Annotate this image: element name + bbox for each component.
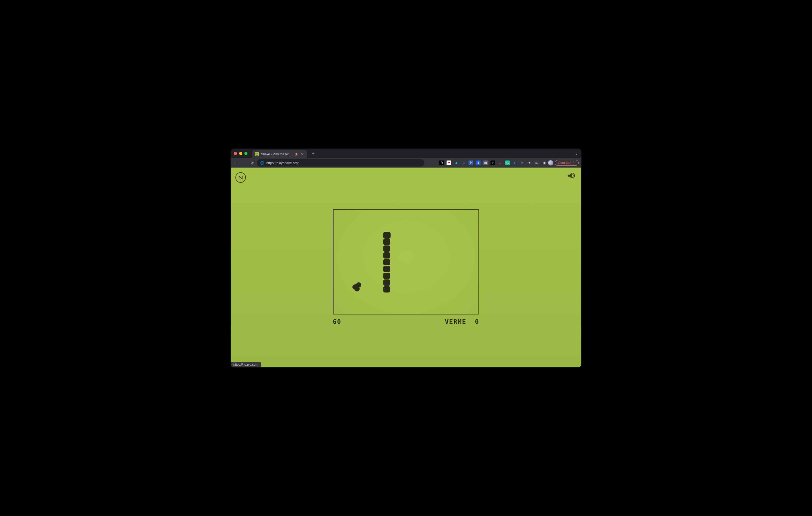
profile-avatar[interactable] [548, 160, 553, 165]
snake-segment [383, 266, 390, 272]
site-info-icon[interactable]: 🌐 [260, 161, 264, 165]
kebab-menu-icon[interactable]: ⋮ [572, 161, 575, 165]
extension-grammarly-icon[interactable]: G [505, 160, 510, 165]
reload-button[interactable]: ⟳ [249, 161, 255, 165]
extension-puzzle-icon[interactable]: ✦ [527, 160, 532, 165]
extension-cast-icon[interactable]: )) [461, 160, 466, 165]
toolbar: ← → ⟳ 🌐 https://playsnake.org/ R◓◆))文⬇m✈… [231, 158, 581, 168]
tab-favicon [255, 152, 259, 156]
snake-segment [383, 259, 390, 265]
titlebar-right: ⌄ [575, 151, 578, 156]
extensions-row: R◓◆))文⬇m✈⌄G◐⚑✦≡♪▣ [439, 160, 547, 165]
update-label: Atualizar [558, 161, 571, 165]
window-controls [234, 152, 248, 155]
forward-button: → [241, 161, 248, 165]
extension-m-icon[interactable]: m [483, 160, 488, 165]
extension-diamond-icon[interactable]: ◆ [454, 160, 459, 165]
extension-send-icon[interactable]: ✈ [491, 160, 495, 165]
new-tab-button[interactable]: ＋ [311, 150, 316, 157]
status-bar-link: https://neave.com [231, 362, 261, 367]
tab-title: Snake - Play the retro Snak [261, 152, 292, 156]
snake-segment [383, 245, 390, 252]
neave-logo-button[interactable] [235, 172, 246, 183]
extension-c-icon[interactable]: ◐ [513, 160, 517, 165]
browser-window: Snake - Play the retro Snak 🔇 ✕ ＋ ⌄ ← → … [231, 149, 581, 367]
address-bar[interactable]: 🌐 https://playsnake.org/ [257, 159, 424, 166]
extension-playlist-icon[interactable]: ≡♪ [534, 160, 539, 165]
level-label: VERME [445, 318, 466, 326]
extension-poke-icon[interactable]: ◓ [446, 160, 451, 165]
score-value: 60 [333, 318, 341, 326]
extension-panel-icon[interactable]: ▣ [542, 160, 547, 165]
maximize-window-button[interactable] [244, 152, 248, 155]
extension-gtranslate-icon[interactable]: 文 [468, 160, 473, 165]
game-board[interactable] [333, 209, 479, 314]
page-content: 60 VERME 0 https://neave.com [231, 168, 581, 367]
snake-segment [383, 279, 390, 286]
extension-dl-icon[interactable]: ⬇ [476, 160, 481, 165]
game-area[interactable]: 60 VERME 0 [333, 209, 479, 326]
minimize-window-button[interactable] [239, 152, 242, 155]
close-window-button[interactable] [234, 152, 237, 155]
neave-logo-icon [238, 175, 243, 180]
tabs-overflow-button[interactable]: ⌄ [575, 151, 578, 155]
snake-segment [383, 286, 390, 293]
level-value: 0 [475, 318, 479, 326]
url-text: https://playsnake.org/ [266, 161, 299, 165]
level-display: VERME 0 [445, 318, 479, 326]
titlebar: Snake - Play the retro Snak 🔇 ✕ ＋ ⌄ [231, 149, 581, 158]
snake-segment [383, 239, 390, 245]
food-item [354, 284, 359, 289]
update-button[interactable]: Atualizar ⋮ [555, 160, 579, 166]
snake-segment [383, 252, 390, 259]
sound-on-icon [568, 172, 576, 179]
snake-segment [383, 232, 390, 239]
tab-close-button[interactable]: ✕ [300, 152, 304, 156]
snake-segment [383, 273, 390, 279]
extension-pocket-icon[interactable]: ⌄ [498, 160, 502, 165]
sound-toggle-button[interactable] [568, 172, 576, 179]
extension-flag-icon[interactable]: ⚑ [520, 160, 524, 165]
hud: 60 VERME 0 [333, 318, 479, 326]
extension-R-icon[interactable]: R [439, 160, 444, 165]
back-button[interactable]: ← [233, 161, 240, 165]
browser-tab[interactable]: Snake - Play the retro Snak 🔇 ✕ [252, 150, 307, 158]
tab-audio-icon[interactable]: 🔇 [295, 153, 298, 156]
